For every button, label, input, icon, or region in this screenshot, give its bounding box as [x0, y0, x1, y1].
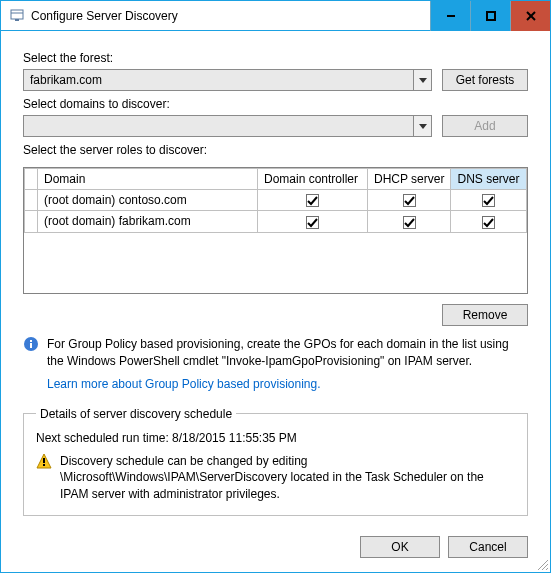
- table-row[interactable]: (root domain) fabrikam.com: [25, 211, 527, 232]
- remove-button[interactable]: Remove: [442, 304, 528, 326]
- roles-table: Domain Domain controller DHCP server DNS…: [23, 167, 528, 294]
- cell-dns-checkbox[interactable]: [451, 211, 527, 232]
- table-row[interactable]: (root domain) contoso.com: [25, 190, 527, 211]
- domains-combo[interactable]: [23, 115, 432, 137]
- col-domain[interactable]: Domain: [38, 169, 258, 190]
- svg-rect-14: [483, 216, 495, 228]
- table-header-row: Domain Domain controller DHCP server DNS…: [25, 169, 527, 190]
- svg-rect-12: [307, 216, 319, 228]
- chevron-down-icon[interactable]: [413, 70, 431, 90]
- svg-rect-11: [483, 195, 495, 207]
- schedule-legend: Details of server discovery schedule: [36, 407, 236, 421]
- svg-rect-10: [403, 195, 415, 207]
- svg-rect-20: [43, 464, 45, 466]
- window-title: Configure Server Discovery: [31, 9, 430, 23]
- warning-icon: [36, 453, 52, 469]
- forest-input[interactable]: [24, 73, 413, 87]
- col-dc[interactable]: Domain controller: [258, 169, 368, 190]
- roles-label: Select the server roles to discover:: [23, 143, 528, 157]
- forest-combo[interactable]: [23, 69, 432, 91]
- forest-label: Select the forest:: [23, 51, 528, 65]
- close-button[interactable]: [510, 1, 550, 31]
- svg-rect-0: [11, 10, 23, 19]
- svg-marker-7: [419, 78, 427, 83]
- app-icon: [9, 8, 25, 24]
- schedule-next-run: Next scheduled run time: 8/18/2015 11:55…: [36, 431, 515, 445]
- domains-label: Select domains to discover:: [23, 97, 528, 111]
- chevron-down-icon[interactable]: [413, 116, 431, 136]
- cell-dc-checkbox[interactable]: [258, 211, 368, 232]
- col-dhcp[interactable]: DHCP server: [368, 169, 451, 190]
- get-forests-button[interactable]: Get forests: [442, 69, 528, 91]
- info-text: For Group Policy based provisioning, cre…: [47, 337, 509, 368]
- info-icon: [23, 336, 39, 352]
- svg-marker-8: [419, 124, 427, 129]
- svg-rect-16: [30, 343, 32, 348]
- svg-rect-4: [487, 12, 495, 20]
- schedule-fieldset: Details of server discovery schedule Nex…: [23, 407, 528, 516]
- minimize-button[interactable]: [430, 1, 470, 31]
- svg-rect-2: [15, 19, 19, 21]
- cell-dns-checkbox[interactable]: [451, 190, 527, 211]
- col-dns[interactable]: DNS server: [451, 169, 527, 190]
- maximize-button[interactable]: [470, 1, 510, 31]
- resize-grip[interactable]: [536, 558, 548, 570]
- ok-button[interactable]: OK: [360, 536, 440, 558]
- svg-rect-19: [43, 458, 45, 463]
- add-domain-button[interactable]: Add: [442, 115, 528, 137]
- schedule-warning-text: Discovery schedule can be changed by edi…: [60, 453, 515, 503]
- cell-domain: (root domain) fabrikam.com: [38, 211, 258, 232]
- learn-more-link[interactable]: Learn more about Group Policy based prov…: [47, 376, 321, 393]
- domains-input[interactable]: [24, 119, 413, 133]
- svg-rect-17: [30, 340, 32, 342]
- svg-line-23: [546, 568, 548, 570]
- cell-dhcp-checkbox[interactable]: [368, 190, 451, 211]
- svg-rect-9: [307, 195, 319, 207]
- cell-dc-checkbox[interactable]: [258, 190, 368, 211]
- cell-dhcp-checkbox[interactable]: [368, 211, 451, 232]
- titlebar: Configure Server Discovery: [1, 1, 550, 31]
- svg-rect-13: [403, 216, 415, 228]
- cell-domain: (root domain) contoso.com: [38, 190, 258, 211]
- cancel-button[interactable]: Cancel: [448, 536, 528, 558]
